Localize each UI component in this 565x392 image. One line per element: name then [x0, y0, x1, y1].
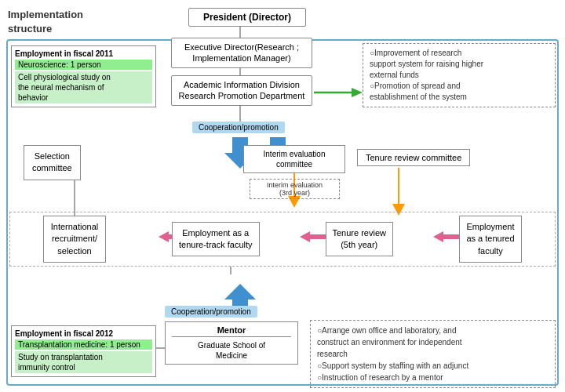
employment-2011-line2: Cell physiological study on the neural m…: [15, 71, 152, 103]
employment-2012-box: Employment in fiscal 2012 Transplantatio…: [11, 325, 156, 377]
grad-school-label: Graduate School of Medicine: [172, 340, 291, 361]
process-box-1: International recruitment/ selection: [43, 216, 106, 263]
coop-label-bottom: Cooperation/promotion: [165, 306, 257, 318]
note-box-top: ○Improvement of research support system …: [363, 43, 556, 107]
employment-2011-line1: Neuroscience: 1 person: [15, 60, 152, 70]
process-box-2: Employment as a tenure-track faculty: [172, 222, 260, 257]
mentor-area: Mentor Graduate School of Medicine: [165, 321, 298, 365]
interim-eval-box: Interim evaluation committee: [243, 145, 345, 173]
note-bottom-text: ○Arrange own office and laboratory, and …: [317, 326, 468, 382]
president-box: President (Director): [188, 8, 306, 27]
employment-2011-box: Employment in fiscal 2011 Neuroscience: …: [11, 45, 156, 107]
exec-director-box: Executive Director(Research ; Implementa…: [171, 38, 312, 68]
employment-2012-title: Employment in fiscal 2012: [15, 329, 152, 338]
interim-3rd-label: Interim evaluation (3rd year): [250, 179, 340, 199]
employment-2011-title: Employment in fiscal 2011: [15, 49, 152, 58]
process-box-4: Employment as a tenured faculty: [459, 216, 522, 263]
page-title: Implementation structure: [8, 8, 86, 36]
coop-label-top: Cooperation/promotion: [192, 122, 285, 133]
process-row: International recruitment/ selection Emp…: [9, 212, 556, 267]
employment-2012-line1: Transplantation medicine: 1 person: [15, 339, 152, 350]
note-top-text: ○Improvement of research support system …: [370, 49, 483, 101]
mentor-label: Mentor: [172, 325, 291, 337]
tenure-review-box: Tenure review committee: [357, 149, 470, 166]
process-box-3: Tenure review (5th year): [326, 222, 393, 257]
employment-2012-line2: Study on transplantation immunity contro…: [15, 351, 152, 373]
academic-info-box: Academic Information Division Research P…: [171, 75, 312, 106]
main-container: Implementation structure: [0, 0, 565, 392]
note-box-bottom: ○Arrange own office and laboratory, and …: [310, 320, 556, 388]
selection-committee-box: Selection committee: [24, 145, 81, 180]
